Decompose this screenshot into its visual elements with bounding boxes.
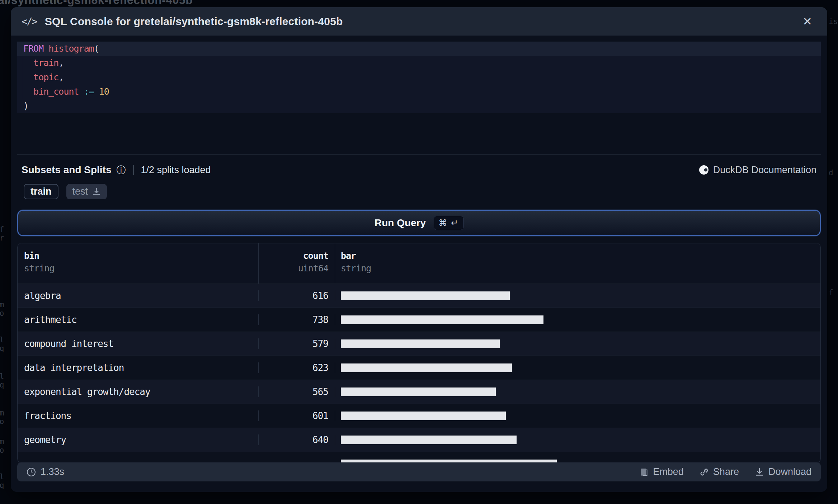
cell-bar bbox=[335, 436, 820, 444]
column-type: string bbox=[24, 263, 258, 274]
share-button[interactable]: Share bbox=[700, 466, 739, 477]
background-text-fragment: ro bbox=[0, 309, 4, 318]
share-label: Share bbox=[713, 466, 739, 477]
download-icon bbox=[755, 467, 764, 477]
histogram-bar bbox=[341, 315, 543, 324]
column-type: string bbox=[341, 263, 820, 274]
table-body: algebra616arithmetic738compound interest… bbox=[18, 284, 820, 463]
query-duration: 1.33s bbox=[27, 466, 64, 477]
duckdb-documentation-link[interactable]: DuckDB Documentation bbox=[699, 165, 816, 176]
cell-bar bbox=[335, 363, 820, 372]
background-text-fragment: al bbox=[0, 372, 4, 381]
column-header-bin[interactable]: binstring bbox=[18, 243, 259, 284]
histogram-bar bbox=[341, 291, 510, 300]
code-line: train, bbox=[17, 56, 821, 70]
table-row: data interpretation623 bbox=[18, 356, 820, 380]
column-header-count[interactable]: countuint64 bbox=[259, 243, 335, 284]
split-pill-train[interactable]: train bbox=[24, 184, 58, 199]
cell-bin: data interpretation bbox=[18, 362, 259, 373]
cell-bin: geometry bbox=[18, 434, 259, 445]
cell-count: 640 bbox=[259, 434, 335, 445]
indent-guide bbox=[23, 57, 23, 99]
cell-count: 616 bbox=[259, 290, 335, 301]
split-pill-test[interactable]: test bbox=[66, 184, 107, 199]
split-pills: traintest bbox=[24, 184, 827, 199]
histogram-bar bbox=[341, 436, 517, 444]
cell-bin: arithmetic bbox=[18, 314, 259, 325]
cell-bin: fractions bbox=[18, 410, 259, 421]
background-text-fragment: om bbox=[0, 437, 4, 446]
background-text-fragment: ro bbox=[0, 446, 4, 455]
run-query-button[interactable]: Run Query ⌘ ↵ bbox=[17, 210, 821, 236]
histogram-bar bbox=[341, 387, 496, 396]
cell-bin: algebra bbox=[18, 290, 259, 301]
code-line: FROM histogram( bbox=[17, 42, 821, 56]
background-text-fragment: om bbox=[0, 409, 4, 417]
subsets-row: Subsets and Splits ⓘ 1/2 splits loaded D… bbox=[22, 163, 816, 176]
background-text-fragment: f r bbox=[829, 288, 838, 297]
code-icon: </> bbox=[22, 16, 37, 27]
cell-bin: exponential growth/decay bbox=[18, 386, 259, 397]
download-label: Download bbox=[768, 466, 811, 477]
modal-header: </> SQL Console for gretelai/synthetic-g… bbox=[11, 7, 827, 36]
table-row: exponential growth/decay565 bbox=[18, 380, 820, 404]
background-text-fragment: ro bbox=[0, 417, 4, 426]
table-row: compound interest579 bbox=[18, 332, 820, 356]
code-line: topic, bbox=[17, 70, 821, 85]
background-text-fragment: eq bbox=[0, 481, 4, 490]
table-row: geometry640 bbox=[18, 428, 820, 452]
table-row bbox=[18, 452, 820, 463]
subsets-heading: Subsets and Splits bbox=[22, 164, 112, 176]
background-text-fragment: ir bbox=[0, 234, 4, 242]
modal-title: SQL Console for gretelai/synthetic-gsm8k… bbox=[45, 15, 343, 28]
sql-console-modal: </> SQL Console for gretelai/synthetic-g… bbox=[11, 7, 827, 492]
cell-bar bbox=[335, 315, 820, 324]
footer-actions: EmbedShareDownload bbox=[639, 466, 811, 477]
background-text-fragment: eq bbox=[0, 344, 4, 353]
cell-bar bbox=[335, 291, 820, 300]
cell-bar bbox=[335, 387, 820, 396]
info-icon[interactable]: ⓘ bbox=[117, 165, 126, 175]
background-text-fragment: d bbox=[829, 168, 833, 177]
embed-button[interactable]: Embed bbox=[639, 466, 684, 477]
splits-loaded-status: 1/2 splits loaded bbox=[141, 165, 211, 176]
sql-code: FROM histogram( train, topic, bin_count … bbox=[17, 42, 821, 113]
close-icon[interactable]: ✕ bbox=[802, 16, 812, 27]
download-button[interactable]: Download bbox=[755, 466, 811, 477]
cell-count: 738 bbox=[259, 314, 335, 325]
background-text-fragment: om bbox=[0, 300, 4, 309]
query-duration-value: 1.33s bbox=[41, 466, 64, 477]
table-header-row: binstringcountuint64barstring bbox=[18, 243, 820, 284]
background-dataset-title: ai/synthetic-gsm8k-reflection-405b bbox=[0, 0, 193, 7]
embed-icon bbox=[639, 467, 649, 477]
clock-icon bbox=[27, 467, 36, 477]
duckdb-documentation-label: DuckDB Documentation bbox=[713, 165, 816, 176]
histogram-bar bbox=[341, 339, 500, 348]
background-text-fragment: eq bbox=[0, 381, 4, 389]
cell-bar bbox=[335, 339, 820, 348]
column-header-bar[interactable]: barstring bbox=[335, 243, 820, 284]
column-name: bin bbox=[24, 251, 258, 261]
code-line: ) bbox=[17, 99, 821, 113]
duckdb-logo-icon bbox=[699, 165, 709, 175]
section-divider bbox=[17, 154, 821, 154]
table-row: fractions601 bbox=[18, 404, 820, 428]
cell-bar bbox=[335, 412, 820, 420]
heading-divider bbox=[133, 165, 134, 175]
cell-count: 565 bbox=[259, 386, 335, 397]
table-row: algebra616 bbox=[18, 284, 820, 308]
cell-count: 623 bbox=[259, 362, 335, 373]
histogram-bar bbox=[341, 363, 512, 372]
run-query-label: Run Query bbox=[375, 217, 426, 229]
sql-editor[interactable]: FROM histogram( train, topic, bin_count … bbox=[17, 42, 821, 113]
column-name: bar bbox=[341, 251, 820, 261]
keyboard-shortcut-badge: ⌘ ↵ bbox=[434, 216, 463, 230]
background-text-fragment: al bbox=[0, 336, 4, 344]
embed-label: Embed bbox=[653, 466, 684, 477]
column-type: uint64 bbox=[259, 263, 328, 274]
table-row: arithmetic738 bbox=[18, 308, 820, 332]
share-icon bbox=[700, 467, 709, 477]
background-text-fragment: is bbox=[829, 17, 838, 26]
download-icon bbox=[92, 187, 101, 196]
split-pill-label: train bbox=[30, 186, 52, 197]
